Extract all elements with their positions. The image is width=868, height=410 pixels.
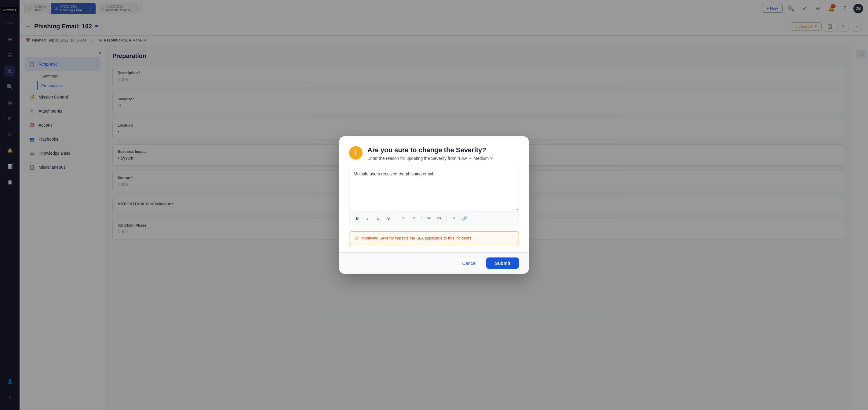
toolbar-align-right[interactable]: ≡ bbox=[409, 214, 418, 223]
modal-title: Are you sure to change the Severity? bbox=[367, 146, 493, 154]
toolbar-align-left[interactable]: ≡ bbox=[399, 214, 408, 223]
modal-toolbar: B I U S ≡ ≡ ≡▾ ≡▾ A 🔗 bbox=[349, 211, 519, 225]
cancel-button[interactable]: Cancel bbox=[456, 258, 483, 268]
modal-textarea[interactable] bbox=[349, 167, 519, 210]
severity-warning-text: Modifying Severity impacts the SLA appli… bbox=[361, 236, 472, 240]
modal-overlay: ! Are you sure to change the Severity? E… bbox=[0, 0, 868, 410]
toolbar-sep-1 bbox=[396, 215, 396, 221]
modal-textarea-container: B I U S ≡ ≡ ≡▾ ≡▾ A 🔗 bbox=[349, 167, 519, 225]
toolbar-format[interactable]: A bbox=[450, 214, 459, 223]
toolbar-unordered-list[interactable]: ≡▾ bbox=[435, 214, 443, 223]
modal-warning-icon: ! bbox=[349, 146, 363, 160]
warning-circle-icon: ⊙ bbox=[354, 235, 358, 241]
severity-warning-box: ⊙ Modifying Severity impacts the SLA app… bbox=[349, 231, 519, 245]
toolbar-ordered-list[interactable]: ≡▾ bbox=[425, 214, 433, 223]
modal-body: ! Are you sure to change the Severity? E… bbox=[339, 136, 529, 252]
modal-footer: Cancel Submit bbox=[339, 252, 529, 274]
toolbar-sep-3 bbox=[446, 215, 447, 221]
modal-subtitle: Enter the reason for updating the Severi… bbox=[367, 156, 493, 161]
severity-change-modal: ! Are you sure to change the Severity? E… bbox=[339, 136, 529, 274]
toolbar-italic[interactable]: I bbox=[364, 214, 372, 223]
submit-button[interactable]: Submit bbox=[486, 258, 519, 269]
toolbar-bold[interactable]: B bbox=[353, 214, 362, 223]
modal-title-area: Are you sure to change the Severity? Ent… bbox=[367, 146, 493, 161]
toolbar-strikethrough[interactable]: S bbox=[384, 214, 393, 223]
modal-header: ! Are you sure to change the Severity? E… bbox=[349, 146, 519, 161]
toolbar-sep-2 bbox=[421, 215, 422, 221]
toolbar-underline[interactable]: U bbox=[374, 214, 382, 223]
toolbar-link[interactable]: 🔗 bbox=[460, 214, 469, 223]
